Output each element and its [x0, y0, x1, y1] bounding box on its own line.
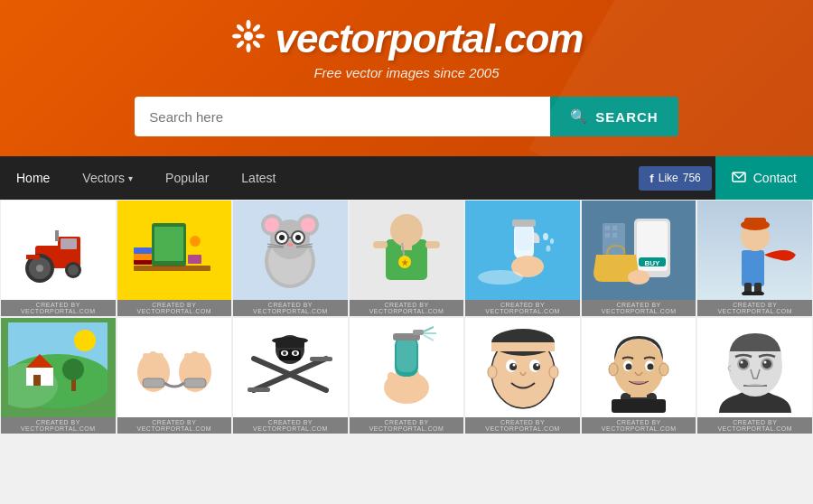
search-bar: 🔍 SEARCH: [0, 97, 813, 136]
contact-label: Contact: [753, 171, 797, 185]
svg-point-7: [235, 40, 245, 50]
svg-point-26: [190, 236, 201, 247]
search-icon: 🔍: [570, 108, 588, 125]
list-item[interactable]: CREATED BY VECTORPORTAL.COM: [349, 317, 465, 434]
svg-rect-118: [413, 330, 424, 335]
svg-rect-67: [605, 226, 610, 230]
list-item[interactable]: CREATED BY VECTORPORTAL.COM: [117, 317, 233, 434]
svg-rect-25: [134, 266, 210, 271]
list-item[interactable]: BUY CREATED BY VECTORPORTAL.COM: [581, 200, 697, 317]
svg-point-37: [279, 235, 285, 240]
svg-rect-49: [425, 241, 440, 248]
svg-point-4: [256, 34, 265, 39]
svg-rect-116: [397, 338, 416, 372]
thumbnail: [697, 201, 812, 300]
svg-rect-90: [150, 351, 156, 368]
credit-label: CREATED BY VECTORPORTAL.COM: [697, 417, 812, 434]
nav-latest[interactable]: Latest: [225, 156, 292, 200]
svg-rect-93: [184, 353, 191, 368]
facebook-icon: f: [649, 172, 653, 185]
thumbnail: [117, 201, 232, 300]
list-item[interactable]: CREATED BY VECTORPORTAL.COM: [696, 317, 813, 434]
credit-label: CREATED BY VECTORPORTAL.COM: [697, 300, 812, 316]
svg-point-60: [478, 270, 523, 285]
svg-point-151: [763, 361, 766, 364]
svg-line-121: [424, 335, 434, 341]
list-item[interactable]: CREATED BY VECTORPORTAL.COM: [581, 317, 697, 434]
credit-label: CREATED BY VECTORPORTAL.COM: [117, 417, 232, 434]
svg-rect-48: [373, 241, 388, 248]
svg-rect-24: [134, 247, 152, 254]
svg-rect-101: [310, 357, 332, 361]
credit-label: CREATED BY VECTORPORTAL.COM: [350, 417, 464, 434]
credit-label: CREATED BY VECTORPORTAL.COM: [582, 417, 696, 434]
brand-area: vectorportal.com: [0, 16, 813, 61]
svg-rect-74: [744, 218, 766, 227]
svg-point-132: [549, 366, 558, 378]
navbar: Home Vectors ▾ Popular Latest f Like 756…: [0, 156, 813, 200]
nav-vectors[interactable]: Vectors ▾: [66, 156, 149, 200]
thumbnail: [582, 318, 696, 417]
svg-text:★: ★: [401, 258, 409, 267]
list-item[interactable]: CREATED BY VECTORPORTAL.COM: [464, 200, 581, 317]
grid-row-2: CREATED BY VECTORPORTAL.COM: [0, 317, 813, 434]
nav-popular[interactable]: Popular: [149, 156, 225, 200]
svg-point-140: [648, 364, 654, 370]
credit-label: CREATED BY VECTORPORTAL.COM: [233, 300, 348, 316]
svg-point-8: [251, 40, 261, 50]
search-input[interactable]: [135, 97, 550, 136]
svg-point-17: [68, 265, 79, 275]
svg-rect-134: [612, 399, 666, 413]
svg-rect-100: [248, 387, 270, 392]
list-item[interactable]: CREATED BY VECTORPORTAL.COM: [117, 200, 233, 317]
svg-point-104: [272, 337, 308, 344]
svg-point-57: [543, 233, 548, 240]
chevron-down-icon: ▾: [128, 173, 133, 183]
svg-rect-94: [192, 351, 198, 368]
list-item[interactable]: CREATED BY VECTORPORTAL.COM: [0, 317, 117, 434]
list-item[interactable]: ★ CREATED BY VECTORPORTAL.COM: [349, 200, 465, 317]
svg-point-136: [613, 339, 664, 397]
svg-rect-54: [516, 225, 532, 250]
thumbnail: [233, 318, 348, 417]
nav-home[interactable]: Home: [0, 156, 66, 200]
svg-point-108: [283, 351, 286, 355]
svg-rect-91: [157, 353, 164, 368]
grid-row-1: CREATED BY VECTORPORTAL.COM: [0, 200, 813, 317]
svg-point-78: [752, 291, 764, 295]
thumbnail: [465, 318, 580, 417]
credit-label: CREATED BY VECTORPORTAL.COM: [117, 300, 232, 316]
svg-point-148: [739, 359, 748, 369]
svg-rect-71: [742, 250, 764, 286]
contact-icon: [732, 170, 746, 187]
svg-point-1: [246, 20, 250, 29]
svg-point-129: [512, 364, 515, 367]
list-item[interactable]: CREATED BY VECTORPORTAL.COM: [232, 317, 349, 434]
thumbnail: [465, 201, 580, 300]
svg-point-0: [244, 32, 253, 41]
list-item[interactable]: CREATED BY VECTORPORTAL.COM: [0, 200, 117, 317]
svg-rect-12: [61, 238, 77, 249]
credit-label: CREATED BY VECTORPORTAL.COM: [1, 300, 116, 316]
contact-button[interactable]: Contact: [715, 156, 813, 200]
svg-point-142: [659, 363, 668, 376]
svg-text:BUY: BUY: [645, 259, 661, 267]
svg-point-130: [536, 364, 538, 367]
svg-line-119: [424, 327, 434, 331]
credit-label: CREATED BY VECTORPORTAL.COM: [350, 300, 464, 316]
credit-label: CREATED BY VECTORPORTAL.COM: [1, 417, 116, 434]
search-button[interactable]: 🔍 SEARCH: [550, 97, 678, 136]
svg-rect-23: [134, 253, 152, 260]
svg-point-46: [390, 214, 423, 247]
credit-label: CREATED BY VECTORPORTAL.COM: [465, 300, 580, 316]
svg-rect-97: [184, 378, 206, 387]
list-item[interactable]: CREATED BY VECTORPORTAL.COM: [464, 317, 581, 434]
svg-point-109: [294, 351, 297, 355]
search-button-label: SEARCH: [595, 109, 658, 125]
svg-rect-111: [388, 372, 395, 390]
facebook-like-button[interactable]: f Like 756: [639, 166, 711, 191]
credit-label: CREATED BY VECTORPORTAL.COM: [233, 417, 348, 434]
svg-rect-55: [512, 219, 536, 227]
list-item[interactable]: CREATED BY VECTORPORTAL.COM: [232, 200, 349, 317]
list-item[interactable]: CREATED BY VECTORPORTAL.COM: [696, 200, 813, 317]
